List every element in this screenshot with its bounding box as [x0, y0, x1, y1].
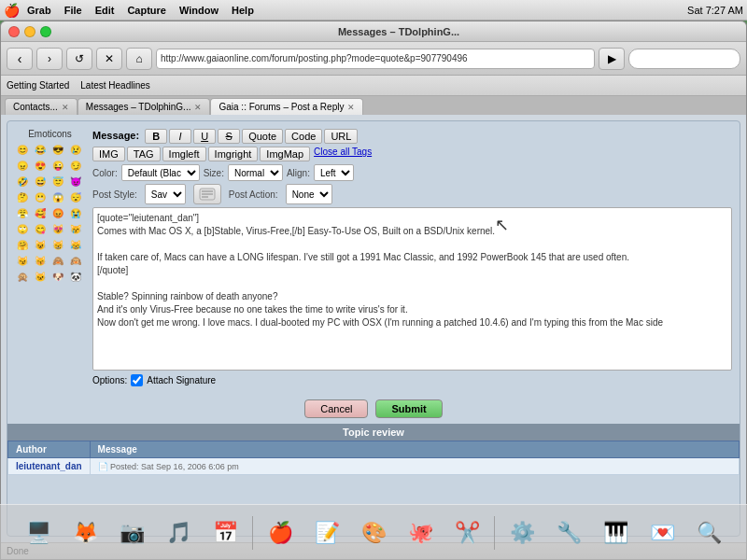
emoticon[interactable]: 😹: [68, 237, 83, 252]
menu-grab[interactable]: Grab: [27, 5, 51, 16]
tab-close-icon[interactable]: ✕: [62, 103, 69, 112]
emoticon[interactable]: 🐼: [68, 269, 83, 284]
emoticon[interactable]: 🤗: [15, 237, 30, 252]
emoticon[interactable]: 😻: [50, 221, 65, 236]
preview-button[interactable]: [193, 184, 221, 204]
bookmark-getting-started[interactable]: Getting Started: [7, 80, 69, 91]
menu-file[interactable]: File: [64, 5, 82, 16]
emoticon[interactable]: 😠: [15, 158, 30, 173]
emoticon[interactable]: 😱: [50, 189, 65, 204]
minimize-button[interactable]: [24, 26, 35, 37]
emoticon[interactable]: 😡: [50, 205, 65, 220]
emoticon[interactable]: 😈: [68, 174, 83, 189]
emoticon[interactable]: 😬: [33, 189, 48, 204]
address-bar[interactable]: http://www.gaiaonline.com/forum/posting.…: [156, 49, 595, 69]
emoticon[interactable]: 😿: [68, 221, 83, 236]
align-select[interactable]: Left: [314, 164, 354, 181]
emoticon[interactable]: 🤔: [15, 189, 30, 204]
emoticon[interactable]: 😴: [68, 189, 83, 204]
quote-button[interactable]: Quote: [242, 129, 283, 144]
emoticon[interactable]: 🙄: [15, 221, 30, 236]
attach-signature-checkbox[interactable]: [131, 374, 143, 386]
img-button[interactable]: IMG: [92, 147, 125, 161]
emoticon[interactable]: 😏: [68, 158, 83, 173]
size-select[interactable]: Normal: [228, 164, 283, 181]
emoticon[interactable]: 🙉: [68, 253, 83, 268]
emoticon[interactable]: 😎: [50, 142, 65, 157]
emoticon[interactable]: 😽: [33, 253, 48, 268]
menu-capture[interactable]: Capture: [127, 5, 166, 16]
imgright-button[interactable]: Imgright: [208, 147, 259, 161]
dock-octopus[interactable]: 🐙: [399, 511, 442, 554]
dock-finder[interactable]: 🖥️: [17, 511, 60, 554]
color-select[interactable]: Default (Blac: [121, 164, 200, 181]
strike-button[interactable]: S: [218, 129, 240, 144]
dock-settings[interactable]: ⚙️: [500, 511, 543, 554]
dock-music[interactable]: 🎵: [157, 511, 200, 554]
apple-menu[interactable]: 🍎: [4, 3, 20, 18]
dock-firefox[interactable]: 🦊: [63, 511, 106, 554]
emoticon[interactable]: 😍: [33, 158, 48, 173]
dock-piano[interactable]: 🎹: [594, 511, 637, 554]
search-input[interactable]: [628, 49, 740, 69]
maximize-button[interactable]: [40, 26, 51, 37]
emoticon[interactable]: 😢: [68, 142, 83, 157]
menu-window[interactable]: Window: [179, 5, 218, 16]
bookmark-latest-headlines[interactable]: Latest Headlines: [80, 80, 150, 91]
emoticon[interactable]: 😅: [33, 174, 48, 189]
dock-camera[interactable]: 📷: [110, 511, 153, 554]
tab-messages[interactable]: Messages – TDolphinG... ✕: [78, 98, 211, 115]
message-textarea[interactable]: [92, 207, 732, 371]
tag-button[interactable]: TAG: [127, 147, 161, 161]
home-button[interactable]: ⌂: [126, 48, 152, 70]
url-button[interactable]: URL: [324, 129, 358, 144]
italic-button[interactable]: I: [169, 129, 191, 144]
stop-button[interactable]: ✕: [96, 48, 122, 70]
tab-forum[interactable]: Gaia :: Forums – Post a Reply ✕: [210, 98, 363, 115]
emoticon[interactable]: 🥰: [33, 205, 48, 220]
post-style-select[interactable]: Sav: [145, 184, 186, 204]
emoticon[interactable]: 😸: [50, 237, 65, 252]
emoticon[interactable]: 😼: [15, 253, 30, 268]
imgmap-button[interactable]: ImgMap: [260, 147, 310, 161]
imgleft-button[interactable]: Imgleft: [162, 147, 206, 161]
emoticon[interactable]: 🤣: [15, 174, 30, 189]
emoticon[interactable]: 😺: [33, 237, 48, 252]
emoticon[interactable]: 🙈: [50, 253, 65, 268]
dock-art[interactable]: 🎨: [352, 511, 395, 554]
menu-edit[interactable]: Edit: [95, 5, 115, 16]
underline-button[interactable]: U: [193, 129, 216, 144]
dock-scissors[interactable]: ✂️: [445, 511, 488, 554]
dock-notes[interactable]: 📝: [305, 511, 348, 554]
menu-help[interactable]: Help: [232, 5, 254, 16]
close-all-tags-link[interactable]: Close all Tags: [314, 147, 372, 161]
dock-mail[interactable]: 💌: [641, 511, 684, 554]
emoticon[interactable]: 😊: [15, 142, 30, 157]
code-button[interactable]: Code: [285, 129, 322, 144]
submit-button[interactable]: Submit: [375, 399, 442, 418]
emoticon[interactable]: 😭: [68, 205, 83, 220]
emoticon[interactable]: 😂: [33, 142, 48, 157]
forward-button[interactable]: ›: [36, 48, 63, 70]
go-button[interactable]: ▶: [599, 48, 625, 70]
close-button[interactable]: [8, 26, 20, 37]
dock-spotlight[interactable]: 🔍: [687, 511, 730, 554]
cancel-button[interactable]: Cancel: [304, 399, 368, 418]
emoticon[interactable]: 😋: [33, 221, 48, 236]
back-button[interactable]: ‹: [7, 48, 33, 70]
emoticon[interactable]: 🐱: [33, 269, 48, 284]
emoticon[interactable]: 😤: [15, 205, 30, 220]
tab-close-icon[interactable]: ✕: [194, 103, 202, 112]
reload-button[interactable]: ↺: [66, 48, 92, 70]
emoticon[interactable]: 🐶: [50, 269, 65, 284]
dock-tools[interactable]: 🔧: [547, 511, 590, 554]
emoticon[interactable]: 😇: [50, 174, 65, 189]
post-action-select[interactable]: None: [286, 184, 332, 204]
bold-button[interactable]: B: [145, 129, 167, 144]
tab-contacts[interactable]: Contacts... ✕: [5, 98, 78, 115]
dock-calendar[interactable]: 📅: [204, 511, 247, 554]
emoticon[interactable]: 😜: [50, 158, 65, 173]
emoticon[interactable]: 🙊: [15, 269, 30, 284]
dock-apple[interactable]: 🍎: [259, 511, 302, 554]
tab-close-icon[interactable]: ✕: [347, 103, 355, 112]
